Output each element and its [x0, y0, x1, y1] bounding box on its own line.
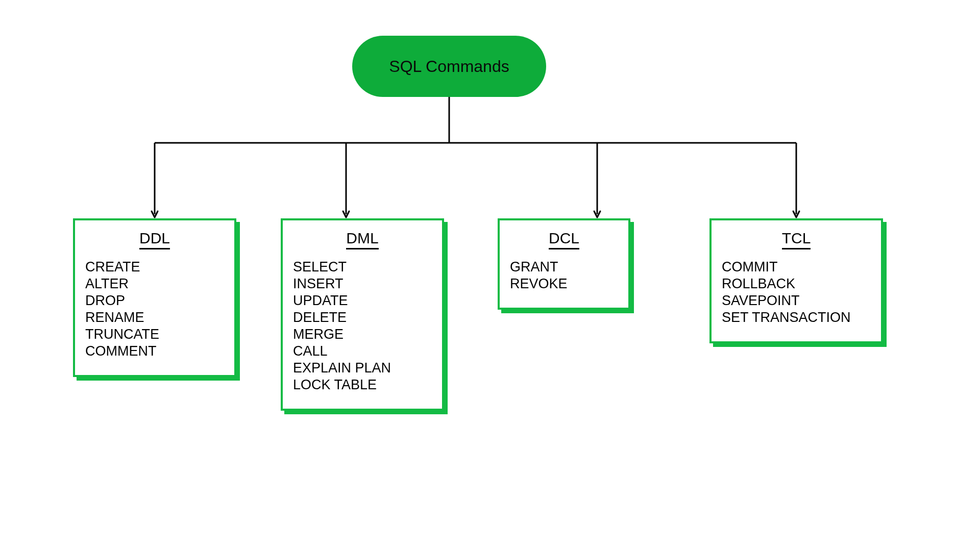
list-item: GRANT [510, 259, 618, 276]
list-item: SELECT [293, 259, 432, 276]
list-item: COMMENT [85, 343, 224, 360]
list-item: INSERT [293, 276, 432, 292]
category-title-tcl: TCL [782, 230, 811, 249]
category-title-ddl: DDL [139, 230, 170, 249]
root-label: SQL Commands [389, 57, 509, 76]
list-item: LOCK TABLE [293, 377, 432, 393]
items-tcl: COMMIT ROLLBACK SAVEPOINT SET TRANSACTIO… [722, 259, 871, 326]
list-item: CALL [293, 343, 432, 360]
category-box-ddl: DDL CREATE ALTER DROP RENAME TRUNCATE CO… [73, 218, 236, 377]
category-box-dml: DML SELECT INSERT UPDATE DELETE MERGE CA… [281, 218, 444, 411]
list-item: ALTER [85, 276, 224, 292]
root-node: SQL Commands [352, 36, 546, 97]
category-box-dcl: DCL GRANT REVOKE [498, 218, 630, 310]
list-item: UPDATE [293, 292, 432, 309]
list-item: MERGE [293, 326, 432, 343]
category-title-dml: DML [346, 230, 378, 249]
list-item: ROLLBACK [722, 276, 871, 292]
list-item: TRUNCATE [85, 326, 224, 343]
list-item: COMMIT [722, 259, 871, 276]
list-item: SET TRANSACTION [722, 309, 871, 326]
list-item: REVOKE [510, 276, 618, 292]
list-item: RENAME [85, 309, 224, 326]
list-item: EXPLAIN PLAN [293, 360, 432, 377]
list-item: DROP [85, 292, 224, 309]
list-item: DELETE [293, 309, 432, 326]
sql-commands-diagram: SQL Commands DDL CREATE ALTER DROP RENAM… [0, 0, 980, 551]
list-item: SAVEPOINT [722, 292, 871, 309]
items-ddl: CREATE ALTER DROP RENAME TRUNCATE COMMEN… [85, 259, 224, 360]
list-item: CREATE [85, 259, 224, 276]
category-title-dcl: DCL [549, 230, 579, 249]
items-dml: SELECT INSERT UPDATE DELETE MERGE CALL E… [293, 259, 432, 393]
items-dcl: GRANT REVOKE [510, 259, 618, 292]
category-box-tcl: TCL COMMIT ROLLBACK SAVEPOINT SET TRANSA… [709, 218, 883, 343]
